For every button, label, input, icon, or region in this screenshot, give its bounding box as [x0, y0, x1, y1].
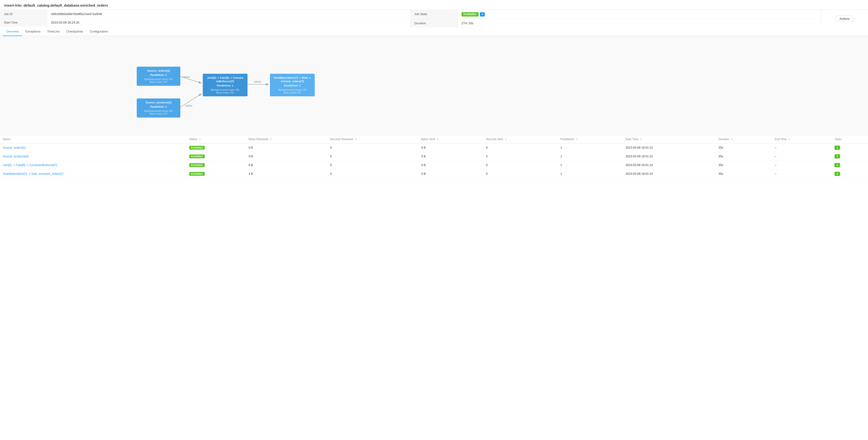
cell-bytes-sent-1: 0 B	[418, 152, 483, 161]
actions-block: Actions	[821, 10, 868, 27]
info-panel: Job ID d38100f83e68b783dff2e7ee471e5f38 …	[0, 10, 868, 27]
start-time-label: Start Time	[0, 19, 47, 27]
col-header-status[interactable]: Status ⇅	[186, 135, 246, 143]
col-header-records-received[interactable]: Records Received ⇅	[327, 135, 418, 143]
cell-duration-1: 35s	[716, 152, 772, 161]
cell-start-time-3: 2023-03-09 18:51:10	[623, 170, 716, 178]
tab-overview[interactable]: Overview	[3, 27, 22, 36]
cell-tasks-1: 1	[832, 152, 868, 161]
start-time-value: 2023-03-09 18:24:35	[47, 19, 410, 27]
node-join-calc-stat2: Busy (max): 0%	[206, 91, 245, 94]
tab-exceptions[interactable]: Exceptions	[22, 27, 44, 36]
cell-duration-2: 35s	[716, 161, 772, 170]
svg-text:HASH: HASH	[254, 80, 261, 83]
cell-bytes-received-1: 0 B	[246, 152, 327, 161]
sort-icon-status: ⇅	[199, 138, 201, 141]
node-sink-stat1: Backpressured (max): 0%	[273, 88, 312, 91]
node-source-products-parallelism: Parallelism: 1	[140, 105, 178, 108]
cell-end-time-0: –	[772, 143, 832, 152]
cell-name-2[interactable]: Join[5] -> Calc[6] -> ConstraintEnforcer…	[0, 161, 186, 170]
col-header-end-time[interactable]: End Time ⇅	[772, 135, 832, 143]
cell-status-3: RUNNING	[186, 170, 246, 178]
cell-name-3[interactable]: SinkMaterializer[7] -> Sink: enriched_or…	[0, 170, 186, 178]
cell-status-1: RUNNING	[186, 152, 246, 161]
right-info-block: Job State RUNNING 4 Duration 27m 10s	[410, 10, 821, 27]
node-sink-stat2: Busy (max): 0%	[273, 91, 312, 94]
left-info-block: Job ID d38100f83e68b783dff2e7ee471e5f38 …	[0, 10, 410, 27]
cell-start-time-2: 2023-03-09 18:51:10	[623, 161, 716, 170]
cell-bytes-received-3: 4 B	[246, 170, 327, 178]
jobs-table: Name Status ⇅ Bytes Received ⇅ Records R…	[0, 135, 868, 178]
sort-icon-records-received: ⇅	[355, 138, 357, 141]
state-badge: RUNNING 4	[462, 12, 485, 16]
cell-end-time-3: –	[772, 170, 832, 178]
cell-name-0[interactable]: Source: orders[1]	[0, 143, 186, 152]
col-header-name: Name	[0, 135, 186, 143]
col-header-bytes-sent[interactable]: Bytes Sent ⇅	[418, 135, 483, 143]
col-header-parallelism[interactable]: Parallelism ⇅	[558, 135, 623, 143]
cell-status-2: RUNNING	[186, 161, 246, 170]
node-join-calc-title: Join[5] -> Calc[6] -> Constra intEnforce…	[206, 76, 245, 83]
cell-end-time-1: –	[772, 152, 832, 161]
node-source-orders-stat1: Backpressured (max): 0%	[140, 78, 178, 80]
node-join-calc-stat1: Backpressured (max): 0%	[206, 88, 245, 91]
svg-line-1	[179, 76, 202, 83]
node-source-products[interactable]: Source: products[3] Parallelism: 1 Backp…	[137, 98, 180, 117]
col-header-duration[interactable]: Duration ⇅	[716, 135, 772, 143]
cell-bytes-sent-0: 0 B	[418, 143, 483, 152]
cell-parallelism-2: 1	[558, 161, 623, 170]
running-badge: RUNNING	[462, 12, 478, 16]
tab-timeline[interactable]: TimeLine	[44, 27, 63, 36]
cell-parallelism-0: 1	[558, 143, 623, 152]
cell-tasks-0: 1	[832, 143, 868, 152]
node-source-orders-title: Source: orders[1]	[140, 69, 178, 73]
job-id-label: Job ID	[0, 10, 47, 18]
cell-status-0: RUNNING	[186, 143, 246, 152]
arrows-svg: HASH HASH HASH	[0, 36, 868, 135]
col-header-start-time[interactable]: Start Time ⇅	[623, 135, 716, 143]
sort-icon-records-sent: ⇅	[505, 138, 506, 141]
node-source-orders-stat2: Busy (max): 0%	[140, 80, 178, 83]
duration-row: Duration 27m 10s	[411, 19, 821, 27]
cell-records-sent-3: 0	[483, 170, 558, 178]
cell-name-1[interactable]: Source: products[3]	[0, 152, 186, 161]
cell-start-time-0: 2023-03-09 18:51:10	[623, 143, 716, 152]
job-id-value: d38100f83e68b783dff2e7ee471e5f38	[47, 10, 410, 18]
node-source-orders-parallelism: Parallelism: 1	[140, 73, 178, 76]
cell-records-sent-1: 0	[483, 152, 558, 161]
cell-bytes-sent-3: 0 B	[418, 170, 483, 178]
sort-icon-start-time: ⇅	[640, 138, 642, 141]
node-sink-parallelism: Parallelism: 1	[273, 84, 312, 87]
cell-bytes-received-2: 8 B	[246, 161, 327, 170]
col-header-bytes-received[interactable]: Bytes Received ⇅	[246, 135, 327, 143]
tabs-bar: Overview Exceptions TimeLine Checkpoints…	[0, 27, 868, 36]
node-source-orders[interactable]: Source: orders[1] Parallelism: 1 Backpre…	[137, 67, 180, 86]
tab-checkpoints[interactable]: Checkpoints	[63, 27, 87, 36]
table-row: Source: orders[1] RUNNING 0 B 0 0 B 0 1 …	[0, 143, 868, 152]
actions-button[interactable]: Actions	[836, 15, 853, 22]
node-join-calc[interactable]: Join[5] -> Calc[6] -> Constra intEnforce…	[203, 74, 248, 96]
col-header-records-sent[interactable]: Records Sent ⇅	[483, 135, 558, 143]
job-id-row: Job ID d38100f83e68b783dff2e7ee471e5f38	[0, 10, 410, 19]
tab-configuration[interactable]: Configuration	[86, 27, 111, 36]
job-state-row: Job State RUNNING 4	[411, 10, 821, 19]
node-sink-materializer[interactable]: SinkMaterializer[7] -> Sink: e nriched_o…	[270, 74, 315, 96]
sort-icon-end-time: ⇅	[788, 138, 790, 141]
flow-container: HASH HASH HASH Source: orders[1] Paralle…	[0, 36, 868, 135]
cell-duration-0: 35s	[716, 143, 772, 152]
cell-bytes-sent-2: 0 B	[418, 161, 483, 170]
cell-start-time-1: 2023-03-09 18:51:10	[623, 152, 716, 161]
job-state-label: Job State	[411, 10, 458, 19]
svg-text:HASH: HASH	[185, 104, 192, 107]
table-header-row: Name Status ⇅ Bytes Received ⇅ Records R…	[0, 135, 868, 143]
duration-value: 27m 10s	[458, 19, 821, 27]
table-row: Source: products[3] RUNNING 0 B 0 0 B 0 …	[0, 152, 868, 161]
table-row: SinkMaterializer[7] -> Sink: enriched_or…	[0, 170, 868, 178]
cell-records-received-3: 0	[327, 170, 418, 178]
job-state-value: RUNNING 4	[458, 10, 821, 19]
cell-end-time-2: –	[772, 161, 832, 170]
cell-tasks-2: 1	[832, 161, 868, 170]
cell-duration-3: 35s	[716, 170, 772, 178]
svg-line-3	[179, 94, 202, 108]
sort-icon-duration: ⇅	[731, 138, 733, 141]
